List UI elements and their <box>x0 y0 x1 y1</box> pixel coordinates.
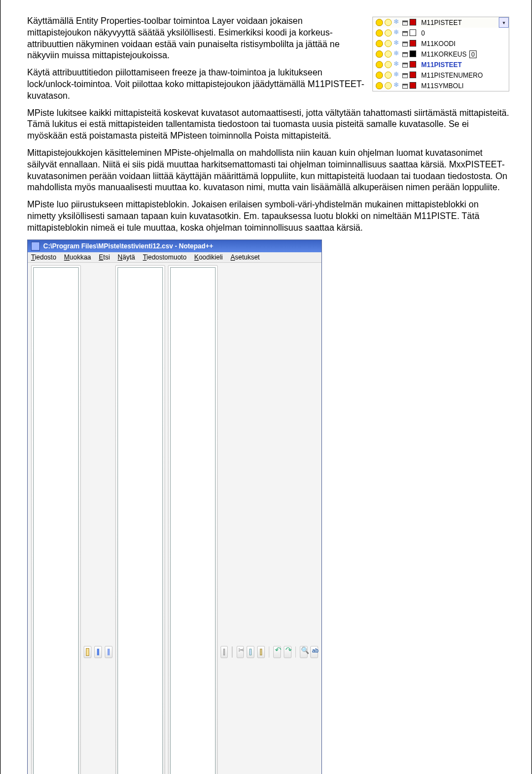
bulb-icon <box>376 50 383 58</box>
color-swatch <box>410 29 416 36</box>
sun-icon <box>385 19 392 26</box>
menu-item[interactable]: Muokkaa <box>64 253 91 261</box>
layer-row[interactable]: 0 <box>373 28 509 38</box>
color-swatch <box>410 61 416 68</box>
layers-header-icons <box>373 19 419 26</box>
sun-icon <box>385 72 392 79</box>
menu-bar: Tiedosto Muokkaa Etsi Näytä Tiedostomuot… <box>28 252 321 262</box>
save-icon[interactable] <box>94 646 102 658</box>
layer-row[interactable]: M11PISTEET <box>373 59 509 70</box>
layer-name: M11PISTENUMERO <box>419 72 509 79</box>
menu-item[interactable]: Tiedostomuoto <box>143 253 187 261</box>
sun-icon <box>385 29 392 37</box>
color-swatch <box>410 82 416 89</box>
color-swatch <box>410 50 416 57</box>
lock-icon <box>402 31 408 36</box>
cut-icon[interactable] <box>237 646 244 658</box>
layer-name: M11KOODI <box>419 40 509 48</box>
copy-icon[interactable] <box>247 646 254 658</box>
bulb-icon <box>376 29 383 37</box>
window-title: C:\Program Files\MPiste\testivienti12.cs… <box>43 242 213 250</box>
layers-header-name: M11PISTEET <box>419 19 499 27</box>
layer-row[interactable]: M11KORKEUS 0 <box>373 49 509 59</box>
layers-panel: M11PISTEET ▾ 0 M11KOODI <box>372 17 509 91</box>
new-file-icon[interactable] <box>31 265 81 774</box>
notepadpp-window: C:\Program Files\MPiste\testivienti12.cs… <box>27 240 322 774</box>
lock-icon <box>402 52 408 57</box>
toolbar <box>28 262 321 774</box>
snowflake-icon <box>393 82 401 89</box>
layer-row[interactable]: M11PISTENUMERO <box>373 70 509 80</box>
menu-item[interactable]: Etsi <box>99 253 110 261</box>
lock-icon <box>402 42 408 47</box>
snowflake-icon <box>393 50 401 58</box>
paste-icon[interactable] <box>257 646 265 658</box>
menu-item[interactable]: Tiedosto <box>31 253 57 261</box>
app-icon <box>31 242 40 251</box>
sun-icon <box>385 40 392 47</box>
color-swatch <box>410 72 416 78</box>
open-file-icon[interactable] <box>84 646 91 658</box>
redo-icon[interactable] <box>284 646 291 658</box>
layer-name: M11KORKEUS 0 <box>419 50 509 58</box>
menu-item[interactable]: Näytä <box>117 253 135 261</box>
bulb-icon <box>376 61 383 68</box>
menu-item[interactable]: Asetukset <box>231 253 260 261</box>
lock-icon <box>402 63 408 68</box>
close-file-icon[interactable] <box>115 265 165 774</box>
undo-icon[interactable] <box>273 646 281 658</box>
word-highlight-icon[interactable] <box>310 646 318 658</box>
layer-badge: 0 <box>469 50 476 58</box>
layer-name: 0 <box>419 29 509 37</box>
snowflake-icon <box>393 29 401 37</box>
lock-icon <box>402 73 408 78</box>
search-icon[interactable] <box>300 646 308 658</box>
chevron-down-icon[interactable]: ▾ <box>499 17 509 28</box>
close-all-icon[interactable] <box>168 265 218 774</box>
layer-dropdown[interactable]: ▾ <box>499 17 509 28</box>
snowflake-icon <box>393 61 401 68</box>
snowflake-icon <box>393 19 401 26</box>
snowflake-icon <box>393 40 401 47</box>
bulb-icon <box>376 19 383 26</box>
layer-row[interactable]: M11KOODI <box>373 38 509 49</box>
lock-icon <box>402 84 408 89</box>
bulb-icon <box>376 82 383 89</box>
body-paragraph: Mittapistejoukkojen käsitteleminen MPist… <box>27 147 509 194</box>
bulb-icon <box>376 72 383 79</box>
color-swatch <box>410 19 416 26</box>
lock-icon <box>402 21 408 26</box>
layers-header-row: M11PISTEET ▾ <box>373 17 509 28</box>
sun-icon <box>385 61 392 68</box>
layer-name: M11PISTEET <box>419 61 509 69</box>
layer-name: M11SYMBOLI <box>419 82 509 90</box>
toolbar-separator <box>232 646 232 658</box>
toolbar-separator <box>269 646 269 658</box>
bulb-icon <box>376 40 383 47</box>
save-all-icon[interactable] <box>105 646 112 658</box>
print-icon[interactable] <box>221 646 228 658</box>
sun-icon <box>385 82 392 89</box>
layer-row[interactable]: M11SYMBOLI <box>373 80 509 91</box>
sun-icon <box>385 50 392 58</box>
body-paragraph: MPiste luo piirustukseen mittapistebloki… <box>27 199 509 233</box>
color-swatch <box>410 40 416 47</box>
menu-item[interactable]: Koodikieli <box>195 253 223 261</box>
body-paragraph: MPiste lukitsee kaikki mittapisteitä kos… <box>27 108 509 142</box>
snowflake-icon <box>393 72 401 79</box>
page: M11PISTEET ▾ 0 M11KOODI <box>0 0 532 774</box>
toolbar-separator <box>295 646 296 658</box>
window-titlebar: C:\Program Files\MPiste\testivienti12.cs… <box>28 240 321 252</box>
